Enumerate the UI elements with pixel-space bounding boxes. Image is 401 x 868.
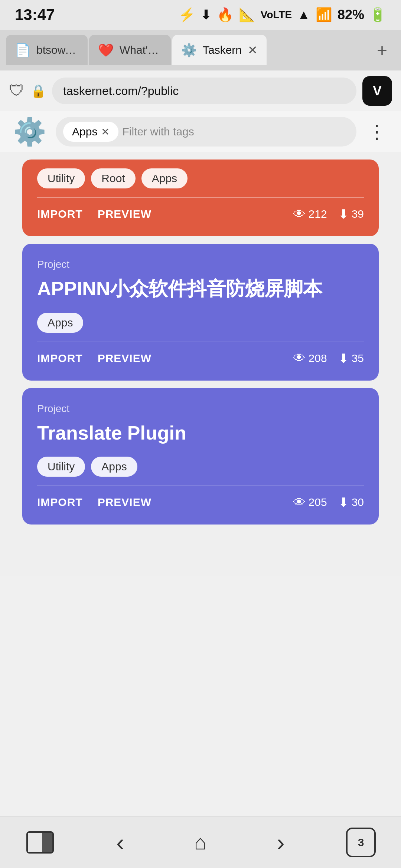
tab-taskernet-icon: ⚙️ <box>181 43 197 57</box>
card-appinn-tag-apps[interactable]: Apps <box>37 313 83 333</box>
card-translate-stats: 👁 205 ⬇ 30 <box>293 495 364 510</box>
card-appinn-stats: 👁 208 ⬇ 35 <box>293 351 364 366</box>
card-translate-import-button[interactable]: IMPORT <box>37 496 83 509</box>
tab-taskernet[interactable]: ⚙️ Taskern ✕ <box>172 35 267 65</box>
views-count: 212 <box>309 208 327 220</box>
card-translate-type: Project <box>37 403 364 415</box>
more-options-icon[interactable]: ⋮ <box>364 121 390 142</box>
screen-button[interactable] <box>10 824 70 861</box>
tab-whatsnew[interactable]: ❤️ What's ne <box>89 35 171 65</box>
tab-btsow-label: btsow.one <box>36 44 79 56</box>
vivaldi-icon[interactable]: V <box>362 76 392 106</box>
back-icon: ‹ <box>116 829 124 856</box>
bottom-nav: ‹ ⌂ › 3 <box>0 816 401 868</box>
card-translate-views: 👁 205 <box>293 495 327 510</box>
downloads-count: 39 <box>352 208 364 220</box>
card-appinn-actions: IMPORT PREVIEW 👁 208 ⬇ 35 <box>37 351 364 366</box>
card-appinn-downloads: ⬇ 35 <box>338 351 364 366</box>
tabs-count: 3 <box>358 836 364 849</box>
filter-tag-remove-icon[interactable]: ✕ <box>101 126 110 138</box>
fire-icon: 🔥 <box>217 7 234 23</box>
preview-button[interactable]: PREVIEW <box>98 208 151 220</box>
card-appinn: Project APPINN小众软件抖音防烧屏脚本 Apps IMPORT PR… <box>22 244 379 381</box>
import-button[interactable]: IMPORT <box>37 208 83 220</box>
tabs-button[interactable]: 3 <box>331 824 391 861</box>
lock-icon: 🔒 <box>30 83 46 98</box>
card-appinn-views: 👁 208 <box>293 351 327 365</box>
card-translate-action-buttons: IMPORT PREVIEW <box>37 496 151 509</box>
tab-btsow[interactable]: 📄 btsow.one <box>6 35 88 65</box>
filter-input[interactable]: Apps ✕ Filter with tags <box>56 117 356 147</box>
tag-apps[interactable]: Apps <box>141 168 188 188</box>
tabs-count-icon: 3 <box>346 828 376 857</box>
card-translate-tag-apps[interactable]: Apps <box>91 457 137 477</box>
card-translate-eye-icon: 👁 <box>293 495 306 510</box>
tag-root[interactable]: Root <box>91 168 135 188</box>
tab-whatsnew-icon: ❤️ <box>98 43 114 57</box>
card-appinn-type: Project <box>37 259 364 270</box>
status-time: 13:47 <box>15 6 55 24</box>
card-translate-downloads-count: 30 <box>352 496 364 509</box>
forward-icon: › <box>277 829 284 856</box>
partial-card: Utility Root Apps IMPORT PREVIEW 👁 212 ⬇… <box>22 160 379 236</box>
tab-close-icon[interactable]: ✕ <box>248 43 258 57</box>
card-appinn-import-button[interactable]: IMPORT <box>37 352 83 365</box>
eye-icon: 👁 <box>293 207 306 221</box>
forward-button[interactable]: › <box>251 824 310 861</box>
card-appinn-download-icon: ⬇ <box>338 351 349 366</box>
home-icon: ⌂ <box>194 830 207 854</box>
partial-card-actions: IMPORT PREVIEW 👁 212 ⬇ 39 <box>37 207 364 221</box>
shield-icon: 🛡 <box>9 82 25 100</box>
card-translate-preview-button[interactable]: PREVIEW <box>98 496 151 509</box>
new-tab-button[interactable]: + <box>369 37 395 63</box>
card-appinn-views-count: 208 <box>309 352 327 365</box>
tab-bar: 📄 btsow.one ❤️ What's ne ⚙️ Taskern ✕ + <box>0 30 401 70</box>
partial-card-tags: Utility Root Apps <box>37 168 364 188</box>
card-translate-downloads: ⬇ 30 <box>338 495 364 510</box>
battery-icon: 🔋 <box>369 7 386 23</box>
card-appinn-eye-icon: 👁 <box>293 351 306 365</box>
partial-card-stats: 👁 212 ⬇ 39 <box>293 207 364 221</box>
card-appinn-preview-button[interactable]: PREVIEW <box>98 352 151 365</box>
status-icons: ⚡ ⬇ 🔥 📐 VoLTE ▲ 📶 82% 🔋 <box>179 7 386 23</box>
vivaldi-logo: V <box>373 83 382 99</box>
flash-icon: ⚡ <box>179 7 195 23</box>
active-filter-tag[interactable]: Apps ✕ <box>63 122 118 142</box>
main-content: ⚙️ Apps ✕ Filter with tags ⋮ Utility Roo… <box>0 111 401 576</box>
wifi-icon: ▲ <box>297 7 310 23</box>
card-translate-tags: Utility Apps <box>37 457 364 477</box>
card-translate-views-count: 205 <box>309 496 327 509</box>
card-translate-title: Translate Plugin <box>37 421 364 446</box>
autodesk-icon: 📐 <box>239 7 255 23</box>
filter-placeholder-text: Filter with tags <box>122 125 194 138</box>
card-translate-download-icon: ⬇ <box>338 495 349 510</box>
card-translate-actions: IMPORT PREVIEW 👁 205 ⬇ 30 <box>37 495 364 510</box>
url-text: taskernet.com/?public <box>63 84 179 98</box>
tag-utility[interactable]: Utility <box>37 168 85 188</box>
download-count-icon: ⬇ <box>338 207 349 221</box>
status-bar: 13:47 ⚡ ⬇ 🔥 📐 VoLTE ▲ 📶 82% 🔋 <box>0 0 401 30</box>
download-icon: ⬇ <box>200 7 212 23</box>
action-buttons: IMPORT PREVIEW <box>37 208 151 220</box>
filter-tag-label: Apps <box>72 125 97 138</box>
downloads-stat: ⬇ 39 <box>338 207 364 221</box>
card-translate-divider <box>37 486 364 486</box>
url-bar: 🛡 🔒 taskernet.com/?public V <box>0 70 401 111</box>
screen-icon <box>26 831 54 854</box>
filter-bar: ⚙️ Apps ✕ Filter with tags ⋮ <box>0 111 401 152</box>
back-button[interactable]: ‹ <box>91 824 150 861</box>
tab-whatsnew-label: What's ne <box>120 44 162 56</box>
card-appinn-divider <box>37 342 364 342</box>
card-appinn-title: APPINN小众软件抖音防烧屏脚本 <box>37 276 364 302</box>
volte-icon: VoLTE <box>261 9 292 21</box>
views-stat: 👁 212 <box>293 207 327 221</box>
url-input[interactable]: taskernet.com/?public <box>52 78 356 104</box>
tab-btsow-icon: 📄 <box>15 43 30 57</box>
gear-lightning-icon: ⚙️ <box>13 116 46 148</box>
card-appinn-tags: Apps <box>37 313 364 333</box>
card-translate: Project Translate Plugin Utility Apps IM… <box>22 388 379 525</box>
home-button[interactable]: ⌂ <box>171 824 230 861</box>
card-translate-tag-utility[interactable]: Utility <box>37 457 85 477</box>
card-divider <box>37 197 364 198</box>
card-appinn-action-buttons: IMPORT PREVIEW <box>37 352 151 365</box>
